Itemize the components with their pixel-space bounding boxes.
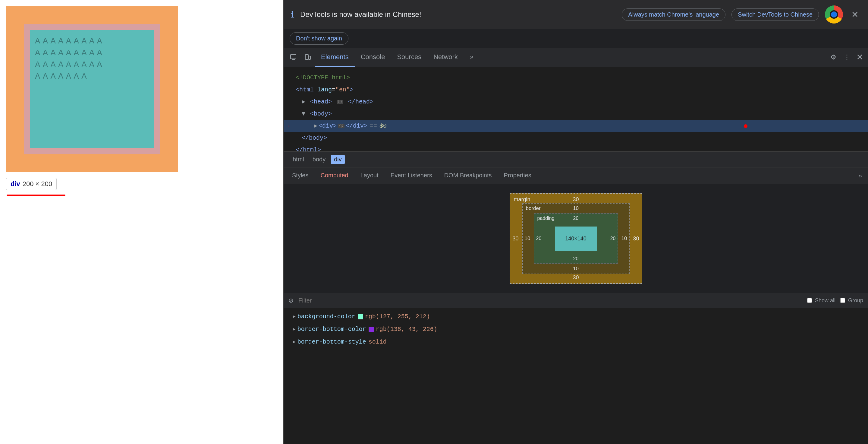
bm-margin-top[interactable]: 30 bbox=[572, 196, 579, 203]
bm-padding-right[interactable]: 20 bbox=[610, 236, 616, 241]
tab-network[interactable]: Network bbox=[427, 48, 464, 67]
css-prop-background-color: ▶ background-color rgb(127, 255, 212) bbox=[284, 310, 868, 323]
styles-tab-computed[interactable]: Computed bbox=[314, 168, 354, 184]
bm-border-bottom[interactable]: 10 bbox=[573, 266, 579, 272]
breadcrumb-bar: html body div bbox=[284, 151, 868, 168]
dom-line-head: ▶ <head> ⓘ </head> bbox=[284, 96, 868, 108]
css-prop-border-bottom-color: ▶ border-bottom-color rgb(138, 43, 226) bbox=[284, 323, 868, 336]
settings-button[interactable]: ⚙ bbox=[827, 53, 840, 61]
tab-more[interactable]: » bbox=[464, 48, 479, 67]
expand-border-bottom-style[interactable]: ▶ bbox=[293, 338, 296, 346]
bm-padding-left[interactable]: 20 bbox=[536, 236, 541, 241]
demo-middle-box: A A A A A A A A A A A A A A A A A A A A … bbox=[24, 24, 160, 154]
tab-console[interactable]: Console bbox=[355, 48, 391, 67]
dom-tree: <!DOCTYPE html> <html lang="en"> ▶ <head… bbox=[284, 67, 868, 151]
styles-tab-dom-breakpoints[interactable]: DOM Breakpoints bbox=[438, 168, 498, 184]
styles-tab-layout[interactable]: Layout bbox=[354, 168, 384, 184]
breadcrumb-div[interactable]: div bbox=[331, 155, 345, 164]
prop-value-background-color: rgb(127, 255, 212) bbox=[365, 312, 430, 321]
dom-line-html: <html lang="en"> bbox=[284, 84, 868, 96]
dom-line-body: ▼ <body> bbox=[284, 108, 868, 120]
bm-border-left[interactable]: 10 bbox=[525, 236, 530, 242]
filter-bar: ⊘ Show all Group bbox=[284, 293, 868, 308]
webpage-content: A A A A A A A A A A A A A A A A A A A A … bbox=[0, 0, 283, 444]
more-options-button[interactable]: ⋮ bbox=[840, 53, 854, 61]
group-label: Group bbox=[848, 297, 863, 304]
tab-elements[interactable]: Elements bbox=[315, 48, 355, 67]
dom-line-html-close: </html> bbox=[284, 144, 868, 151]
dom-line-body-close: </body> bbox=[284, 132, 868, 144]
box-model-diagram: margin 30 30 30 30 border 10 10 10 10 pa… bbox=[510, 194, 642, 284]
tab-sources[interactable]: Sources bbox=[391, 48, 427, 67]
bm-margin-right[interactable]: 30 bbox=[633, 236, 639, 242]
breadcrumb-html[interactable]: html bbox=[290, 155, 307, 164]
styles-tab-properties[interactable]: Properties bbox=[498, 168, 537, 184]
expand-background-color[interactable]: ▶ bbox=[293, 313, 296, 320]
dont-show-button[interactable]: Don't show again bbox=[290, 32, 348, 45]
dont-show-row: Don't show again bbox=[284, 29, 868, 48]
devtools-close-button[interactable]: ✕ bbox=[854, 50, 866, 64]
color-swatch-background[interactable] bbox=[358, 314, 363, 319]
element-size: 200 × 200 bbox=[23, 180, 52, 188]
prop-value-border-bottom-color: rgb(138, 43, 226) bbox=[376, 325, 437, 334]
webpage-panel: A A A A A A A A A A A A A A A A A A A A … bbox=[0, 0, 283, 444]
inspect-element-button[interactable] bbox=[286, 50, 301, 64]
bm-content-label: 140×140 bbox=[565, 236, 587, 242]
show-all-label: Show all bbox=[815, 297, 835, 304]
filter-input[interactable] bbox=[299, 297, 802, 304]
css-properties-list: ▶ background-color rgb(127, 255, 212) ▶ … bbox=[284, 308, 868, 444]
bm-padding: padding 20 20 20 20 140×140 bbox=[534, 213, 618, 264]
prop-name-background-color: background-color bbox=[298, 312, 355, 321]
bm-margin: margin 30 30 30 30 border 10 10 10 10 pa… bbox=[510, 194, 642, 284]
notification-close-button[interactable]: ✕ bbox=[849, 7, 861, 22]
prop-name-border-bottom-color: border-bottom-color bbox=[298, 325, 366, 334]
bm-border-right[interactable]: 10 bbox=[621, 236, 627, 242]
styles-tab-event-listeners[interactable]: Event Listeners bbox=[384, 168, 438, 184]
dom-line-div[interactable]: → ▶ <div> ⓘ </div> == $0 bbox=[284, 120, 868, 132]
tooltip-underline bbox=[7, 195, 65, 196]
switch-chinese-button[interactable]: Switch DevTools to Chinese bbox=[732, 8, 819, 21]
styles-tab-more[interactable]: » bbox=[855, 172, 866, 179]
prop-value-border-bottom-style: solid bbox=[369, 337, 387, 347]
expand-border-bottom-color[interactable]: ▶ bbox=[293, 326, 296, 333]
bm-padding-bottom[interactable]: 20 bbox=[573, 256, 579, 262]
notification-bar: ℹ DevTools is now available in Chinese! … bbox=[284, 0, 868, 29]
bm-padding-label: padding bbox=[537, 216, 555, 221]
svg-rect-3 bbox=[309, 56, 310, 59]
bm-border-label: border bbox=[526, 205, 541, 211]
breadcrumb-body[interactable]: body bbox=[310, 155, 329, 164]
bm-border: border 10 10 10 10 padding 20 20 20 20 bbox=[522, 203, 629, 274]
bm-content: 140×140 bbox=[555, 227, 597, 250]
notification-title: DevTools is now available in Chinese! bbox=[300, 10, 616, 19]
bm-padding-top[interactable]: 20 bbox=[573, 216, 579, 221]
css-prop-border-bottom-style: ▶ border-bottom-style solid bbox=[284, 336, 868, 348]
info-icon: ℹ bbox=[291, 10, 294, 20]
color-swatch-border-bottom[interactable] bbox=[369, 327, 374, 332]
styles-tabbar: Styles Computed Layout Event Listeners D… bbox=[284, 168, 868, 184]
chrome-icon-inner bbox=[830, 10, 838, 19]
prop-name-border-bottom-style: border-bottom-style bbox=[298, 337, 366, 347]
bm-margin-label: margin bbox=[514, 196, 530, 203]
device-toolbar-button[interactable] bbox=[301, 50, 315, 64]
svg-rect-2 bbox=[305, 55, 308, 59]
bm-border-top[interactable]: 10 bbox=[573, 205, 579, 211]
svg-rect-0 bbox=[290, 55, 296, 59]
filter-icon: ⊘ bbox=[288, 297, 293, 304]
chrome-icon bbox=[825, 5, 843, 24]
dom-red-dot bbox=[744, 124, 747, 128]
element-tag: div bbox=[10, 180, 20, 188]
match-language-button[interactable]: Always match Chrome's language bbox=[622, 8, 725, 21]
devtools-toolbar: Elements Console Sources Network » ⚙ ⋮ ✕ bbox=[284, 48, 868, 67]
dom-line-doctype: <!DOCTYPE html> bbox=[284, 72, 868, 84]
devtools-panel: ℹ DevTools is now available in Chinese! … bbox=[283, 0, 868, 444]
bm-margin-left[interactable]: 30 bbox=[513, 236, 519, 242]
group-checkbox[interactable] bbox=[840, 298, 845, 303]
styles-tab-styles[interactable]: Styles bbox=[286, 168, 314, 184]
demo-inner-box: A A A A A A A A A A A A A A A A A A A A … bbox=[30, 30, 154, 148]
box-model-area: margin 30 30 30 30 border 10 10 10 10 pa… bbox=[284, 184, 868, 293]
demo-outer-box: A A A A A A A A A A A A A A A A A A A A … bbox=[6, 6, 178, 172]
element-tooltip: div 200 × 200 bbox=[6, 178, 57, 190]
show-all-checkbox[interactable] bbox=[807, 298, 812, 303]
show-all-group: Show all bbox=[807, 297, 835, 304]
bm-margin-bottom[interactable]: 30 bbox=[572, 274, 579, 281]
